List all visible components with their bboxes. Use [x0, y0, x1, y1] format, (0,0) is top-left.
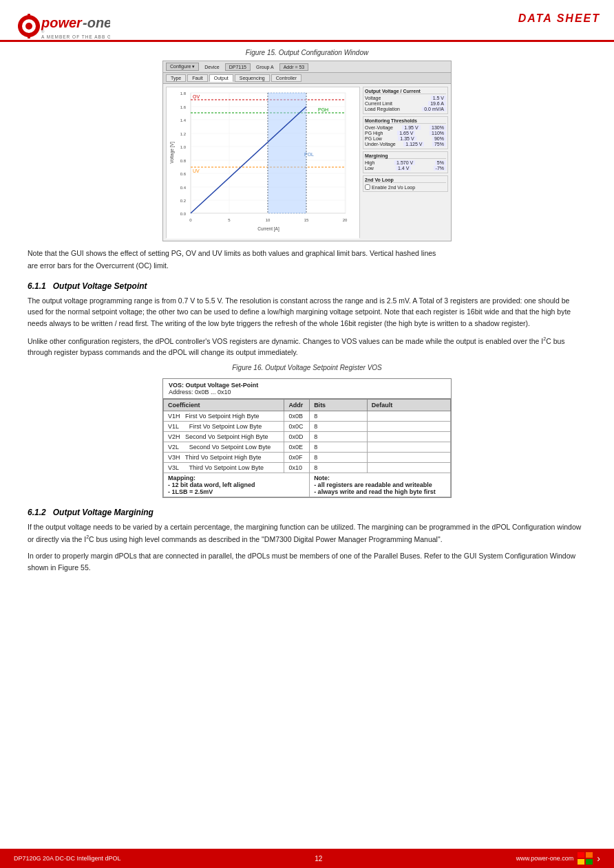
mapping-right: Note: - all registers are readable and w…: [310, 473, 451, 497]
section611-title: Output Voltage Setpoint: [53, 281, 147, 291]
monitoring-section: Monitoring Thresholds Over-Voltage 1.95 …: [363, 116, 448, 149]
marg-high-pct[interactable]: 5%: [435, 160, 446, 165]
footer-center: 12: [315, 855, 322, 862]
section611-heading: 6.1.1 Output Voltage Setpoint: [28, 281, 586, 291]
table-row: V1L First Vo Setpoint Low Byte 0x0C 8: [164, 421, 451, 431]
pgh-pct[interactable]: 110%: [430, 131, 446, 135]
footer-right: www.power-one.com ›: [516, 852, 600, 865]
lr-value[interactable]: 0.0 mV/A: [422, 107, 446, 111]
table-row: V3L Third Vo Setpoint Low Byte 0x10 8: [164, 462, 451, 473]
svg-text:1.2: 1.2: [180, 132, 187, 136]
row6-bits: 8: [310, 462, 368, 473]
ov-label: Over-Voltage: [365, 125, 393, 130]
note-text1: Note that the GUI shows the effect of se…: [28, 248, 586, 259]
svg-rect-56: [578, 852, 584, 858]
section611-number: 6.1.1: [28, 281, 46, 291]
svg-rect-59: [586, 859, 593, 865]
dp7115-btn[interactable]: DP7115: [225, 63, 251, 71]
col-coeff: Coefficient: [164, 399, 284, 411]
svg-text:15: 15: [304, 218, 309, 222]
svg-text:Current [A]: Current [A]: [257, 226, 279, 232]
marg-low-v[interactable]: 1.4 V: [396, 166, 411, 171]
ov-v[interactable]: 1.95 V: [402, 125, 420, 130]
svg-rect-34: [268, 93, 306, 213]
screenshot-toolbar: Configure ▾ Device DP7115 Group A Addr =…: [163, 61, 451, 73]
svg-point-2: [25, 23, 32, 30]
controller-tab[interactable]: Controller: [271, 74, 301, 82]
main-content: Figure 15. Output Configuration Window C…: [0, 49, 614, 607]
section612-para2: In order to properly margin dPOLs that a…: [28, 550, 586, 574]
vos-table-header: VOS: Output Voltage Set-Point Address: 0…: [163, 379, 451, 399]
footer: DP7120G 20A DC-DC Intelligent dPOL 12 ww…: [0, 849, 614, 868]
marg-low-pct[interactable]: -7%: [434, 166, 446, 171]
cl-value[interactable]: 19.6 A: [428, 101, 446, 106]
col-default: Default: [367, 399, 450, 411]
current-limit-row: Current Limit 19.6 A: [365, 101, 446, 106]
svg-text:1.0: 1.0: [180, 145, 187, 149]
mapping-left: Mapping: - 12 bit data word, left aligne…: [164, 473, 310, 497]
pgl-row: PG Low 1.35 V 90%: [365, 136, 446, 141]
row3-bits: 8: [310, 431, 368, 442]
svg-text:0.8: 0.8: [180, 159, 187, 163]
note-text2: are error bars for the Overcurrent (OC) …: [28, 261, 586, 272]
svg-text:20: 20: [343, 218, 348, 222]
right-panel: Output Voltage / Current Voltage 1.5 V C…: [363, 87, 448, 238]
screenshot-window: Configure ▾ Device DP7115 Group A Addr =…: [162, 61, 452, 241]
output-tab[interactable]: Output: [209, 74, 233, 82]
addr-btn[interactable]: Addr = 53: [279, 63, 309, 71]
row2-addr: 0x0C: [284, 421, 310, 431]
row5-bits: 8: [310, 452, 368, 462]
voltage-value[interactable]: 1.5 V: [431, 96, 446, 100]
vos-title: VOS: Output Voltage Set-Point: [169, 382, 445, 389]
vlo-checkbox[interactable]: [365, 184, 370, 190]
sequencing-tab[interactable]: Sequencing: [235, 74, 270, 82]
pgl-pct[interactable]: 90%: [432, 136, 446, 141]
svg-text:power: power: [41, 15, 83, 30]
margining-section: Margining High 1.570 V 5% Low 1.4 V -7%: [363, 151, 448, 173]
col-addr: Addr: [284, 399, 310, 411]
table-row: V2L Second Vo Setpoint Low Byte 0x0E 8: [164, 442, 451, 452]
svg-text:UV: UV: [193, 169, 200, 173]
marg-title: Margining: [365, 153, 446, 159]
row3-coeff: V2H Second Vo Setpoint High Byte: [164, 431, 284, 442]
configure-btn[interactable]: Configure ▾: [166, 63, 199, 71]
logo-area: power -one ® A MEMBER OF THE ABB GROUP: [14, 7, 110, 40]
row6-coeff: V3L Third Vo Setpoint Low Byte: [164, 462, 284, 473]
uv-pct[interactable]: 75%: [432, 142, 446, 147]
vlo-check-label: Enable 2nd Vo Loop: [372, 185, 415, 190]
svg-rect-3: [28, 14, 30, 18]
svg-text:Voltage [V]: Voltage [V]: [169, 142, 175, 164]
pgh-row: PG High 1.65 V 110%: [365, 131, 446, 135]
svg-text:OV: OV: [193, 94, 200, 99]
vos-table-outer: VOS: Output Voltage Set-Point Address: 0…: [162, 378, 452, 498]
pgl-v[interactable]: 1.35 V: [398, 136, 416, 141]
ov-pct[interactable]: 130%: [430, 125, 446, 130]
figure15-screenshot: Configure ▾ Device DP7115 Group A Addr =…: [28, 61, 586, 241]
section612-number: 6.1.2: [28, 508, 46, 517]
pgl-label: PG Low: [365, 136, 382, 141]
voltage-current-section: Output Voltage / Current Voltage 1.5 V C…: [363, 87, 448, 114]
uv-v[interactable]: 1.125 V: [403, 142, 424, 147]
device-label: Device: [202, 64, 222, 70]
pgh-v[interactable]: 1.65 V: [397, 131, 415, 135]
pgh-label: PG High: [365, 131, 383, 135]
fault-tab[interactable]: Fault: [187, 74, 208, 82]
svg-text:0.0: 0.0: [180, 212, 187, 216]
row5-default: [367, 452, 450, 462]
svg-rect-5: [18, 25, 22, 28]
svg-text:0.4: 0.4: [180, 186, 187, 190]
vos-address: Address: 0x0B ... 0x10: [169, 389, 445, 395]
svg-rect-6: [36, 25, 40, 28]
marg-high-v[interactable]: 1.570 V: [394, 160, 415, 165]
nav-arrow-right[interactable]: ›: [597, 853, 600, 864]
row4-coeff: V2L Second Vo Setpoint Low Byte: [164, 442, 284, 452]
header: power -one ® A MEMBER OF THE ABB GROUP D…: [0, 0, 614, 42]
chart-area: OV PGH UV POL 0.0 0.2: [166, 87, 360, 238]
vlo-check-row: Enable 2nd Vo Loop: [365, 184, 446, 190]
type-tab[interactable]: Type: [166, 74, 186, 82]
ov-row: Over-Voltage 1.95 V 130%: [365, 125, 446, 130]
marg-high-row: High 1.570 V 5%: [365, 160, 446, 165]
svg-text:®: ®: [41, 30, 45, 34]
vlo-title: 2nd Vo Loop: [365, 177, 446, 183]
datasheet-title: DATA SHEET: [518, 12, 600, 25]
